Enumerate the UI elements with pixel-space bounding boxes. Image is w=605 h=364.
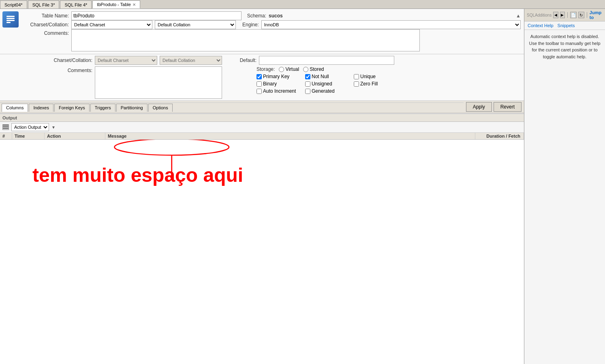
app-icon-area <box>0 9 21 54</box>
separator <box>567 12 568 18</box>
collation-select2[interactable]: Default Collation <box>160 56 222 65</box>
tab-foreignkeys[interactable]: Foreign Keys <box>54 104 90 112</box>
autoincrement-checkbox[interactable] <box>257 89 262 94</box>
charset-select2[interactable]: Default Charset <box>95 56 157 65</box>
separator2 <box>587 12 587 18</box>
app-icon <box>2 11 19 28</box>
revert-button[interactable]: Revert <box>494 102 522 112</box>
nav-back-button[interactable]: ◀ <box>553 12 558 18</box>
generated-checkbox[interactable] <box>305 89 310 94</box>
output-header: Output <box>0 114 524 122</box>
col-message: Message <box>105 133 475 139</box>
output-icon[interactable] <box>2 124 9 130</box>
svg-rect-0 <box>6 16 15 17</box>
nav-refresh-button[interactable]: ↻ <box>578 12 585 18</box>
zerofill-item: Zero Fill <box>354 81 394 87</box>
col-props-left: Charset/Collation: Default Charset Defau… <box>48 56 222 99</box>
schema-label: Schema: <box>244 13 266 19</box>
col-props-right: Default: Storage: Virtual Stored <box>230 56 394 99</box>
default-row: Default: <box>230 56 394 65</box>
stored-radio[interactable] <box>303 67 308 72</box>
table-name-input[interactable] <box>71 11 242 20</box>
notnull-label: Not Null <box>312 74 329 79</box>
tab-columns[interactable]: Columns <box>2 104 28 112</box>
svg-rect-3 <box>6 22 11 23</box>
nav-forward-button[interactable]: ▶ <box>560 12 565 18</box>
charset-collation-row2: Charset/Collation: Default Charset Defau… <box>48 56 222 65</box>
charset-label: Charset/Collation: <box>24 22 69 28</box>
svg-rect-5 <box>3 126 9 127</box>
unique-label: Unique <box>360 74 376 79</box>
svg-point-7 <box>115 140 229 155</box>
apply-revert-group: Apply Revert <box>464 101 524 113</box>
storage-label: Storage: <box>257 66 275 72</box>
primarykey-item: Primary Key <box>257 74 305 79</box>
charset-row: Charset/Collation: Default Charset Defau… <box>24 20 521 29</box>
tab-sqlfile3[interactable]: SQL File 3* <box>28 0 60 9</box>
storage-row: Storage: Virtual Stored <box>257 66 394 72</box>
context-help-link[interactable]: Context Help <box>528 23 554 28</box>
jump-to-link[interactable]: Jump to <box>590 10 603 20</box>
annotation-area: tem muito espaço aqui <box>0 140 524 364</box>
autoincrement-label: Auto Increment <box>263 88 296 94</box>
tab-partitioning[interactable]: Partitioning <box>116 104 148 112</box>
tab-foreignkeys-label: Foreign Keys <box>59 105 85 110</box>
tab-options-label: Options <box>153 105 168 110</box>
notnull-item: Not Null <box>305 74 354 79</box>
charset-label2: Charset/Collation: <box>48 57 92 63</box>
apply-button[interactable]: Apply <box>466 102 492 112</box>
snippets-link[interactable]: Snippets <box>558 23 575 28</box>
table-form: Table Name: Schema: sucos ▲ Charset/Coll… <box>21 9 524 54</box>
tab-tbproduto[interactable]: tbProduto - Table ✕ <box>92 0 140 9</box>
comments-input2[interactable] <box>95 66 222 99</box>
unique-checkbox[interactable] <box>354 74 359 79</box>
comments-label2: Comments: <box>48 66 92 73</box>
unsigned-checkbox[interactable] <box>305 81 310 87</box>
binary-checkbox[interactable] <box>257 81 262 87</box>
col-action: Action <box>45 133 105 139</box>
col-time: Time <box>12 133 45 139</box>
output-table-header: # Time Action Message Duration / Fetch <box>0 133 524 140</box>
table-name-label: Table Name: <box>24 13 69 19</box>
binary-item: Binary <box>257 81 305 87</box>
zerofill-checkbox[interactable] <box>354 81 359 87</box>
default-input[interactable] <box>259 56 394 65</box>
default-label: Default: <box>230 57 257 63</box>
dropdown-icon: ▼ <box>51 125 56 130</box>
tab-script04[interactable]: Script04* <box>0 0 27 9</box>
collation-select[interactable]: Default Collation <box>155 20 236 29</box>
unsigned-label: Unsigned <box>312 81 332 87</box>
output-type-select[interactable]: Action Output <box>11 123 49 131</box>
charset-select[interactable]: Default Charset <box>71 20 152 29</box>
column-props-section: Charset/Collation: Default Charset Defau… <box>0 54 524 101</box>
tab-indexes[interactable]: Indexes <box>29 104 53 112</box>
content-area: Table Name: Schema: sucos ▲ Charset/Coll… <box>0 9 524 364</box>
sql-additions-title: SQLAdditions <box>527 13 552 17</box>
primarykey-checkbox[interactable] <box>257 74 262 79</box>
svg-rect-6 <box>3 128 9 129</box>
table-editor-section: Table Name: Schema: sucos ▲ Charset/Coll… <box>0 9 524 54</box>
spacer <box>3 56 48 99</box>
collapse-icon[interactable]: ▲ <box>516 13 521 19</box>
unique-item: Unique <box>354 74 394 79</box>
table-name-row: Table Name: Schema: sucos ▲ <box>24 11 521 20</box>
output-label: Output <box>2 115 17 120</box>
close-icon[interactable]: ✕ <box>133 2 136 7</box>
sub-tabs-toolbar: Columns Indexes Foreign Keys Triggers Pa… <box>0 101 524 113</box>
nav-doc-button[interactable]: 📄 <box>570 12 577 18</box>
comments-input[interactable] <box>71 29 420 51</box>
primarykey-label: Primary Key <box>263 74 289 79</box>
engine-select[interactable]: InnoDB <box>261 20 521 29</box>
sql-additions-header: SQLAdditions ◀ ▶ 📄 ↻ Jump to <box>524 9 605 21</box>
annotation-text: tem muito espaço aqui <box>32 164 243 186</box>
generated-label: Generated <box>312 88 335 94</box>
tab-options[interactable]: Options <box>148 104 173 112</box>
tab-triggers[interactable]: Triggers <box>90 104 115 112</box>
notnull-checkbox[interactable] <box>305 74 310 79</box>
output-section: Output Action Output ▼ # Time Act <box>0 114 524 364</box>
context-links: Context Help Snippets <box>524 21 605 30</box>
sub-tabs: Columns Indexes Foreign Keys Triggers Pa… <box>0 102 464 112</box>
tab-sqlfile4[interactable]: SQL File 4* <box>60 0 92 9</box>
zerofill-label: Zero Fill <box>360 81 378 87</box>
virtual-radio[interactable] <box>279 67 284 72</box>
